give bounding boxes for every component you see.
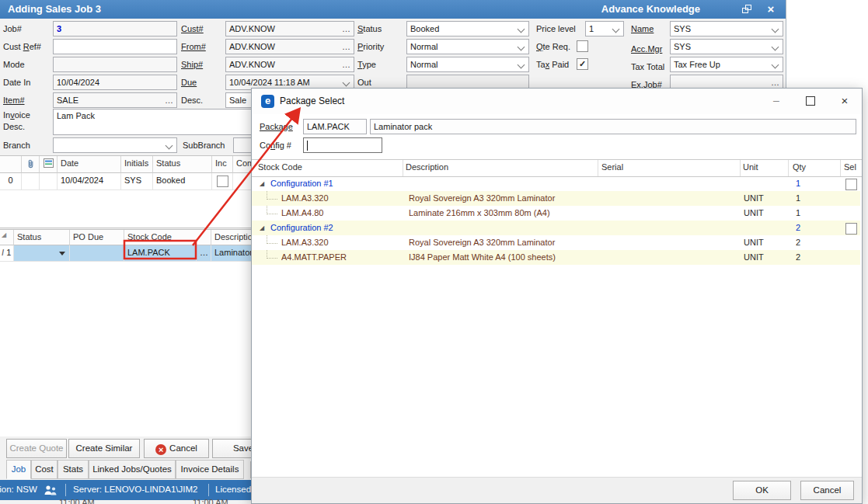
stock-po-due-header[interactable]: PO Due xyxy=(70,230,124,245)
pkg-serial-header[interactable]: Serial xyxy=(601,162,623,172)
priority-dropdown[interactable]: Normal xyxy=(406,39,529,54)
history-date-header[interactable]: Date xyxy=(58,156,121,173)
mode-field[interactable] xyxy=(53,57,177,72)
package-group-row[interactable]: ◢ Configuration #2 2 xyxy=(252,221,860,235)
package-code-field[interactable]: LAM.PACK xyxy=(303,119,367,134)
package-item-row[interactable]: A4.MATT.PAPER IJ84 Paper Matt White A4 (… xyxy=(252,250,860,265)
comment-column-header[interactable] xyxy=(40,156,58,173)
lookup-ellipsis-icon[interactable]: … xyxy=(342,57,350,71)
chevron-down-icon[interactable] xyxy=(518,43,525,51)
dialog-titlebar[interactable]: e Package Select – × xyxy=(252,89,862,114)
chevron-down-icon[interactable] xyxy=(772,43,779,51)
config-number-label: Config # xyxy=(260,139,291,151)
name-label[interactable]: Name xyxy=(631,23,654,35)
tab-linked-jobs-quotes[interactable]: Linked Jobs/Quotes xyxy=(89,460,176,479)
config-select-checkbox[interactable] xyxy=(845,179,857,190)
tax-paid-checkbox[interactable]: ✓ xyxy=(577,58,588,70)
tax-total-dropdown[interactable]: Tax Free Up xyxy=(670,57,783,72)
pkg-unit-header[interactable]: Unit xyxy=(743,162,758,172)
lookup-ellipsis-icon[interactable]: … xyxy=(165,93,173,107)
stock-status-header[interactable]: Status xyxy=(14,230,70,245)
group-expand-triangle-icon[interactable]: ◢ xyxy=(260,221,264,235)
package-group-row[interactable]: ◢ Configuration #1 1 xyxy=(252,176,860,191)
create-quote-button[interactable]: Create Quote xyxy=(6,439,67,458)
acc-mgr-dropdown[interactable]: SYS xyxy=(670,39,783,54)
ship-no-label[interactable]: Ship# xyxy=(181,58,203,71)
stock-code-cell[interactable]: LAM.PACK xyxy=(124,245,197,262)
restore-icon[interactable] xyxy=(742,4,753,15)
history-date-cell: 10/04/2024 xyxy=(58,173,121,190)
chevron-down-icon[interactable] xyxy=(612,26,620,33)
cust-ref-label: Cust Ref# xyxy=(3,40,41,53)
from-no-label[interactable]: From# xyxy=(181,40,206,53)
price-level-dropdown[interactable]: 1 xyxy=(585,21,624,36)
config-number-input[interactable] xyxy=(303,137,382,153)
type-dropdown[interactable]: Normal xyxy=(406,57,529,72)
pkg-description-header[interactable]: Description xyxy=(406,162,448,172)
window-titlebar[interactable]: Adding Sales Job 3 Advance Knowledge × xyxy=(0,0,786,19)
tab-job[interactable]: Job xyxy=(6,460,31,479)
chevron-down-icon[interactable] xyxy=(518,61,525,69)
qte-req-checkbox[interactable] xyxy=(577,40,588,52)
package-item-row[interactable]: LAM.A4.80 Laminate 216mm x 303mm 80m (A4… xyxy=(252,206,860,221)
lookup-ellipsis-icon[interactable]: … xyxy=(342,40,350,54)
pkg-sel-header[interactable]: Sel xyxy=(844,162,856,172)
dialog-close-icon[interactable]: × xyxy=(837,93,852,109)
package-label[interactable]: Package xyxy=(260,120,293,133)
branch-dropdown[interactable] xyxy=(53,137,177,153)
package-item-row[interactable]: LAM.A3.320 Royal Sovereign A3 320mm Lami… xyxy=(252,191,860,206)
due-label[interactable]: Due xyxy=(181,76,197,89)
item-no-field[interactable]: SALE… xyxy=(53,92,177,108)
chevron-down-icon[interactable] xyxy=(772,26,779,33)
text-caret xyxy=(307,141,308,151)
cust-ref-field[interactable] xyxy=(53,39,177,54)
name-dropdown[interactable]: SYS xyxy=(670,21,783,36)
dialog-maximize-icon[interactable] xyxy=(803,93,818,109)
edit-cursor-icon: I xyxy=(2,248,4,257)
history-inc-header[interactable]: Inc xyxy=(212,156,233,173)
job-no-field[interactable]: 3 xyxy=(53,21,177,36)
stock-status-cell[interactable] xyxy=(14,245,70,262)
tree-branch-line xyxy=(267,250,277,259)
stock-grid-corner-header[interactable]: ◢ xyxy=(0,230,14,245)
dialog-minimize-icon[interactable]: – xyxy=(769,93,784,109)
stock-code-lookup-ellipsis[interactable]: … xyxy=(197,245,211,262)
create-similar-button[interactable]: Create Similar xyxy=(68,439,140,458)
attachment-column-header[interactable] xyxy=(22,156,40,173)
dialog-cancel-button[interactable]: Cancel xyxy=(800,481,854,500)
group-expand-triangle-icon[interactable]: ◢ xyxy=(260,176,264,191)
users-icon[interactable] xyxy=(44,485,59,498)
from-no-field[interactable]: ADV.KNOW… xyxy=(225,39,354,54)
ship-no-field[interactable]: ADV.KNOW… xyxy=(225,57,354,72)
mode-label: Mode xyxy=(3,58,25,71)
history-initials-header[interactable]: Initials xyxy=(121,156,153,173)
ok-button[interactable]: OK xyxy=(733,481,791,500)
status-dropdown[interactable]: Booked xyxy=(406,21,529,36)
stock-po-due-cell[interactable] xyxy=(70,245,124,262)
package-item-row[interactable]: LAM.A3.320 Royal Sovereign A3 320mm Lami… xyxy=(252,235,860,250)
lookup-ellipsis-icon[interactable]: … xyxy=(342,22,350,36)
acc-mgr-label[interactable]: Acc.Mgr xyxy=(631,43,662,55)
tab-invoice-details[interactable]: Invoice Details xyxy=(176,460,244,479)
close-icon[interactable]: × xyxy=(765,4,776,15)
chevron-down-icon[interactable] xyxy=(166,142,173,150)
stock-code-header[interactable]: Stock Code xyxy=(124,230,211,245)
date-in-field[interactable]: 10/04/2024 xyxy=(53,75,177,90)
tax-paid-label: Tax Paid xyxy=(536,58,569,71)
item-no-label[interactable]: Item# xyxy=(3,94,25,106)
cust-no-label[interactable]: Cust# xyxy=(181,23,204,35)
history-status-cell: Booked xyxy=(153,173,212,190)
priority-label: Priority xyxy=(357,40,384,53)
chevron-down-icon[interactable] xyxy=(772,61,779,69)
pkg-stock-code-header[interactable]: Stock Code xyxy=(258,162,302,172)
pkg-qty-header[interactable]: Qty xyxy=(793,162,806,172)
cust-no-field[interactable]: ADV.KNOW… xyxy=(225,21,354,36)
chevron-down-icon[interactable] xyxy=(343,79,350,87)
history-inc-checkbox[interactable] xyxy=(217,176,228,187)
chevron-down-icon[interactable] xyxy=(518,26,525,33)
config-select-checkbox[interactable] xyxy=(845,223,857,235)
cancel-button[interactable]: ×Cancel xyxy=(144,439,209,458)
history-status-header[interactable]: Status xyxy=(153,156,212,173)
tab-stats[interactable]: Stats xyxy=(58,460,89,479)
tab-cost[interactable]: Cost xyxy=(31,460,58,479)
